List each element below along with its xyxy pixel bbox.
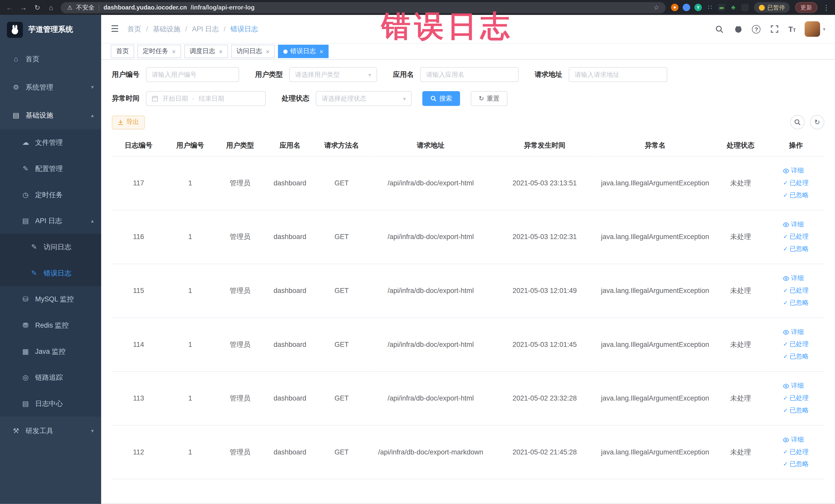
mark-processed-link[interactable]: ✓已处理 [783,340,809,349]
detail-link[interactable]: 详细 [783,328,804,337]
help-icon[interactable]: ? [752,25,760,33]
paused-badge[interactable]: 已暂停 [754,2,790,13]
cell-exception-time: 2021-05-03 23:13:51 [493,156,596,210]
logo[interactable]: 芋道管理系统 [0,15,101,45]
search-button-label: 搜索 [440,94,452,103]
search-button[interactable]: 搜索 [422,91,460,106]
github-icon[interactable] [734,24,743,34]
browser-forward-button[interactable]: → [19,3,28,11]
address-bar[interactable]: ⚠ 不安全 | dashboard.yudao.iocoder.cn/infra… [61,2,666,13]
sidebar-toggle-icon[interactable]: ☰ [111,23,119,35]
sidebar-item-system-management[interactable]: ⚙ 系统管理 ▾ [0,73,101,101]
browser-back-button[interactable]: ← [5,3,14,11]
sidebar-item-scheduled-jobs[interactable]: ◷ 定时任务 [0,182,101,208]
extension-drop-icon[interactable] [683,4,690,11]
document-icon: ▤ [20,400,31,407]
extension-tree-icon[interactable]: ♣ [730,4,737,11]
browser-home-button[interactable]: ⌂ [47,3,56,11]
tab-label: 调度日志 [190,47,216,56]
ignored-link-label: 已忽略 [790,191,809,200]
chevron-down-icon: ▾ [91,84,94,90]
sidebar-item-error-log[interactable]: ✎ 错误日志 [0,260,101,286]
tab-scheduled-jobs[interactable]: 定时任务 × [137,45,181,58]
sidebar-item-infrastructure[interactable]: ▤ 基础设施 ▴ [0,101,101,129]
extension-grid-icon[interactable]: ∷ [706,4,714,11]
detail-link[interactable]: 详细 [783,220,804,229]
user-id-input[interactable] [146,67,239,82]
browser-reload-button[interactable]: ↻ [33,3,42,11]
extension-on-badge-icon[interactable]: on [718,4,726,11]
col-exception-time: 异常发生时间 [493,135,596,156]
extension-record-icon[interactable] [671,4,678,11]
close-icon[interactable]: × [266,48,269,55]
table-toolbar: 导出 ↻ [112,115,824,129]
security-label[interactable]: 不安全 [76,3,95,11]
table-row: 113 1 管理员 dashboard GET /api/infra/db-do… [112,371,824,425]
mark-ignored-link[interactable]: ✓已忽略 [783,191,809,200]
search-icon[interactable] [715,24,725,34]
tab-schedule-log[interactable]: 调度日志 × [184,45,228,58]
detail-link[interactable]: 详细 [783,166,804,175]
database-icon: ⛁ [20,295,31,303]
user-type-select[interactable]: 请选择用户类型 ▾ [289,67,377,82]
sidebar-item-config-management[interactable]: ✎ 配置管理 [0,156,101,182]
detail-link[interactable]: 详细 [783,381,804,390]
export-button[interactable]: 导出 [112,115,145,129]
sidebar-item-trace[interactable]: ◎ 链路追踪 [0,364,101,390]
fullscreen-icon[interactable] [770,24,779,34]
request-url-input[interactable] [569,67,667,82]
exception-time-range-picker[interactable]: 开始日期 - 结束日期 [146,91,266,106]
sidebar-item-access-log[interactable]: ✎ 访问日志 [0,234,101,260]
breadcrumb-infrastructure[interactable]: 基础设施 [153,24,180,34]
mark-processed-link[interactable]: ✓已处理 [783,447,809,457]
mark-processed-link[interactable]: ✓已处理 [783,233,809,241]
bookmark-star-icon[interactable]: ☆ [653,4,659,11]
mark-ignored-link[interactable]: ✓已忽略 [783,298,809,307]
sidebar-item-java-monitor[interactable]: ▦ Java 监控 [0,338,101,364]
font-size-icon[interactable]: TT [788,25,796,33]
browser-menu-icon[interactable]: ⋮ [823,3,830,11]
user-type-label: 用户类型 [255,70,283,79]
tab-error-log[interactable]: 错误日志 × [278,45,329,58]
sidebar-item-dev-tools[interactable]: ⚒ 研发工具 ▾ [0,417,101,445]
user-menu[interactable]: ▾ [805,21,826,37]
breadcrumb-home[interactable]: 首页 [127,24,141,34]
process-status-select[interactable]: 请选择处理状态 ▾ [316,91,411,106]
update-button[interactable]: 更新 [795,2,817,13]
mark-ignored-link[interactable]: ✓已忽略 [783,460,809,468]
detail-link[interactable]: 详细 [783,274,804,283]
close-icon[interactable]: × [320,48,323,55]
detail-link[interactable]: 详细 [783,435,804,444]
sidebar-item-log-center[interactable]: ▤ 日志中心 [0,390,101,417]
tab-home[interactable]: 首页 [111,45,134,58]
cell-exception-name: java.lang.IllegalArgumentException [596,264,714,318]
extension-y-icon[interactable]: Y [694,4,702,11]
sidebar-item-redis-monitor[interactable]: ⛃ Redis 监控 [0,312,101,338]
close-icon[interactable]: × [172,48,176,55]
refresh-button[interactable]: ↻ [810,115,824,129]
tab-access-log[interactable]: 访问日志 × [231,45,274,58]
sidebar-item-mysql-monitor[interactable]: ⛁ MySQL 监控 [0,286,101,312]
mark-ignored-link[interactable]: ✓已忽略 [783,244,809,254]
mark-processed-link[interactable]: ✓已处理 [783,286,809,295]
sidebar-item-home[interactable]: ⌂ 首页 [0,45,101,73]
extension-dark-icon[interactable] [741,4,749,11]
sidebar-item-file-management[interactable]: ☁ 文件管理 [0,129,101,156]
cell-exception-time: 2021-05-03 12:02:31 [493,210,596,264]
sidebar-item-api-log[interactable]: ▤ API 日志 ▴ [0,208,101,234]
mark-ignored-link[interactable]: ✓已忽略 [783,406,809,415]
col-user-id: 用户编号 [165,135,215,156]
mark-ignored-link[interactable]: ✓已忽略 [783,352,809,361]
toggle-search-button[interactable] [790,115,805,129]
breadcrumb-api-log[interactable]: API 日志 [192,24,219,34]
sidebar-item-label: 文件管理 [35,138,94,147]
tab-label: 错误日志 [290,47,316,56]
paused-badge-label: 已暂停 [767,3,785,11]
mark-processed-link[interactable]: ✓已处理 [783,394,809,403]
close-icon[interactable]: × [219,48,223,55]
check-icon: ✓ [783,448,788,456]
mark-processed-link[interactable]: ✓已处理 [783,178,809,187]
app-name-input[interactable] [420,67,519,82]
clock-icon: ◷ [20,191,31,199]
reset-button[interactable]: ↻ 重置 [471,91,507,106]
